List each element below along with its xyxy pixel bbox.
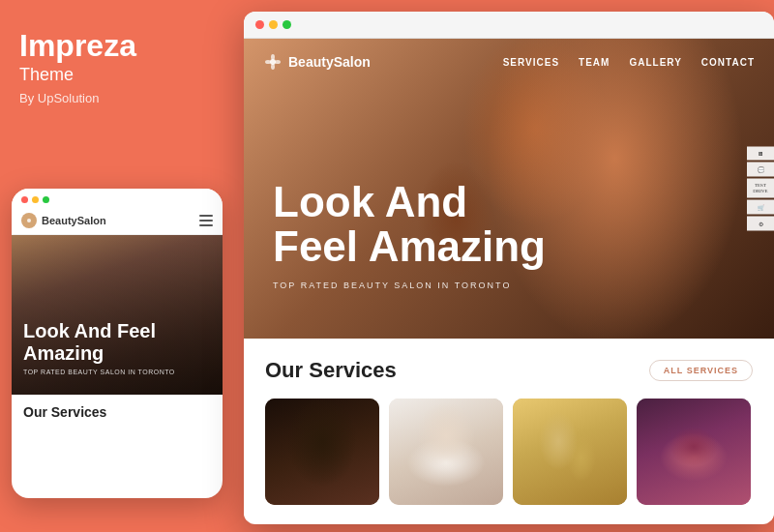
beauty-salon-logo-icon xyxy=(263,52,283,72)
hamburger-line-3 xyxy=(199,224,213,226)
widget-test-drive[interactable]: TESTDRIVE xyxy=(747,179,774,198)
browser-sidebar-widget: 🖥 💬 TESTDRIVE 🛒 ⚙ xyxy=(747,147,774,231)
mobile-hero-title: Look And Feel Amazing xyxy=(23,320,211,365)
nav-link-contact[interactable]: CONTACT xyxy=(701,57,755,68)
mobile-services-title: Our Services xyxy=(23,404,211,420)
widget-settings[interactable]: ⚙ xyxy=(747,217,774,231)
widget-monitor[interactable]: 🖥 xyxy=(747,147,774,161)
browser-hero-content: Look And Feel Amazing TOP RATED BEAUTY S… xyxy=(273,180,697,290)
hamburger-line-1 xyxy=(199,215,213,217)
browser-window: BeautySalon SERVICES TEAM GALLERY CONTAC… xyxy=(244,12,774,524)
browser-hero-section: BeautySalon SERVICES TEAM GALLERY CONTAC… xyxy=(244,39,774,339)
theme-name: Impreza xyxy=(19,29,221,63)
svg-point-2 xyxy=(271,54,275,60)
mobile-logo: BeautySalon xyxy=(21,213,106,228)
mobile-hero-section: Look And Feel Amazing TOP RATED BEAUTY S… xyxy=(12,235,223,395)
service-card-4-image xyxy=(637,399,751,505)
browser-hero-title: Look And Feel Amazing xyxy=(273,180,697,269)
browser-hero-subtitle: TOP RATED BEAUTY SALON IN TORONTO xyxy=(273,281,697,290)
svg-point-5 xyxy=(275,60,281,64)
browser-dot-yellow[interactable] xyxy=(269,20,278,29)
mobile-window-controls xyxy=(12,189,223,209)
mobile-logo-text: BeautySalon xyxy=(42,215,106,226)
all-services-button[interactable]: ALL SERVICES xyxy=(649,360,753,381)
mobile-hero-content: Look And Feel Amazing TOP RATED BEAUTY S… xyxy=(23,320,211,375)
mobile-dot-red xyxy=(21,196,28,203)
service-card-1-image xyxy=(265,399,379,505)
left-panel: Impreza Theme By UpSolution BeautySalon xyxy=(0,0,240,532)
mobile-logo-icon xyxy=(21,213,37,228)
mobile-dot-yellow xyxy=(32,196,39,203)
browser-dot-green[interactable] xyxy=(283,20,291,29)
browser-logo: BeautySalon xyxy=(263,52,371,72)
browser-controls xyxy=(244,12,774,39)
service-card-2[interactable] xyxy=(389,399,503,505)
hamburger-menu[interactable] xyxy=(199,215,213,226)
browser-dot-red[interactable] xyxy=(255,20,264,29)
mobile-navbar: BeautySalon xyxy=(12,209,223,235)
service-card-3-image xyxy=(513,399,627,505)
service-card-2-image xyxy=(389,399,503,505)
theme-label: Theme xyxy=(19,65,221,85)
svg-point-3 xyxy=(271,64,275,70)
hamburger-line-2 xyxy=(199,220,213,222)
by-upsolution: By UpSolution xyxy=(19,91,221,105)
nav-link-services[interactable]: SERVICES xyxy=(503,57,559,68)
browser-nav-links: SERVICES TEAM GALLERY CONTACT xyxy=(503,57,755,68)
flower-icon xyxy=(24,216,34,225)
service-card-4[interactable] xyxy=(637,399,751,505)
services-title: Our Services xyxy=(265,358,397,383)
service-card-3[interactable] xyxy=(513,399,627,505)
hero-title-line2: Feel Amazing xyxy=(273,222,546,270)
hero-title-line1: Look And xyxy=(273,178,467,225)
browser-navbar: BeautySalon SERVICES TEAM GALLERY CONTAC… xyxy=(244,39,774,85)
mobile-mockup: BeautySalon Look And Feel Amazing TOP RA… xyxy=(12,189,223,498)
services-section: Our Services ALL SERVICES xyxy=(244,339,774,520)
mobile-dot-green xyxy=(43,196,49,203)
mobile-services-section: Our Services xyxy=(12,395,223,428)
widget-cart[interactable]: 🛒 xyxy=(747,200,774,215)
svg-point-4 xyxy=(265,60,271,64)
browser-logo-text: BeautySalon xyxy=(288,54,371,70)
widget-chat[interactable]: 💬 xyxy=(747,163,774,177)
nav-link-team[interactable]: TEAM xyxy=(579,57,610,68)
brand-name: Impreza Theme By UpSolution xyxy=(19,29,221,105)
mobile-hero-subtitle: TOP RATED BEAUTY SALON IN TORONTO xyxy=(23,369,211,375)
services-grid xyxy=(265,399,753,505)
services-header: Our Services ALL SERVICES xyxy=(265,358,753,383)
service-card-1[interactable] xyxy=(265,399,379,505)
nav-link-gallery[interactable]: GALLERY xyxy=(629,57,681,68)
svg-point-0 xyxy=(27,219,31,222)
